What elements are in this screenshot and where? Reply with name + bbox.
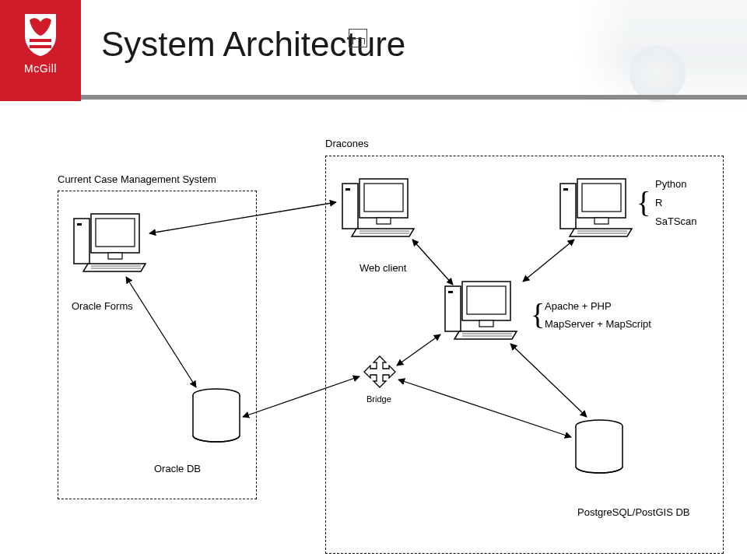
label-analytics-2: R (655, 196, 662, 210)
label-web-client: Web client (359, 261, 406, 275)
label-oracle-forms: Oracle Forms (72, 299, 133, 313)
svg-rect-1 (30, 45, 51, 48)
architecture-diagram: Current Case Management System Dracones … (0, 109, 747, 560)
label-oracle-db: Oracle DB (154, 462, 201, 476)
mcgill-logo: McGill (0, 0, 81, 101)
svg-rect-0 (30, 39, 51, 42)
shield-icon (22, 12, 59, 58)
group-right-label: Dracones (325, 137, 369, 151)
title-decoration-icon (349, 29, 367, 47)
group-current-case-management (58, 191, 257, 499)
label-analytics-1: Python (655, 177, 686, 191)
label-mid-server-2: MapServer + MapScript (545, 317, 651, 331)
label-bridge: Bridge (366, 394, 391, 405)
slide-header: McGill System Architecture (0, 0, 747, 101)
header-bg-image (576, 0, 747, 109)
slide: McGill System Architecture Current Case … (0, 0, 747, 560)
label-mid-server-1: Apache + PHP (545, 299, 612, 313)
header-rule (81, 95, 747, 100)
group-left-label: Current Case Management System (58, 173, 216, 187)
logo-text: McGill (0, 62, 81, 75)
label-analytics-3: SaTScan (655, 215, 696, 229)
label-postgis: PostgreSQL/PostGIS DB (577, 506, 690, 520)
